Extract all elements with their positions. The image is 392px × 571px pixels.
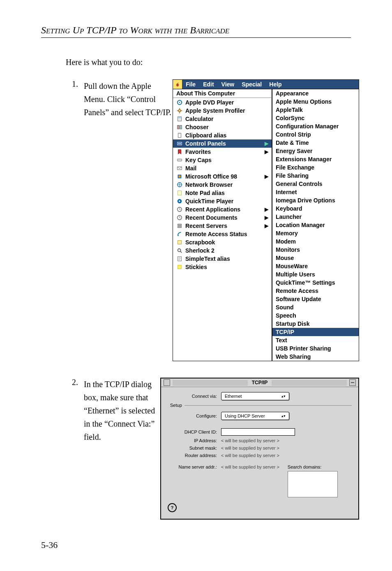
control-panel-label: File Exchange xyxy=(276,164,355,171)
control-panel-label: Iomega Drive Options xyxy=(276,197,355,204)
control-panel-quicktime-settings[interactable]: QuickTime™ Settings xyxy=(272,279,359,287)
menu-item-control-panels[interactable]: Control Panels▶ xyxy=(173,139,272,148)
control-panel-control-strip[interactable]: Control Strip xyxy=(272,130,359,139)
page-number: 5-36 xyxy=(41,540,58,550)
subnet-mask-label: Subnet mask: xyxy=(168,446,217,450)
control-panel-colorsync[interactable]: ColorSync xyxy=(272,114,359,122)
submenu-arrow-icon: ▶ xyxy=(265,223,268,228)
recent-icon xyxy=(176,214,183,221)
menu-help[interactable]: Help xyxy=(265,81,285,88)
menu-item-note-pad-alias[interactable]: Note Pad alias xyxy=(173,189,272,197)
control-panel-label: Extensions Manager xyxy=(276,156,355,162)
menu-item-chooser[interactable]: Chooser xyxy=(173,123,272,131)
control-panel-monitors[interactable]: Monitors xyxy=(272,246,359,254)
menu-item-microsoft-office-98[interactable]: Microsoft Office 98▶ xyxy=(173,172,272,181)
control-panel-file-exchange[interactable]: File Exchange xyxy=(272,163,359,172)
menu-special[interactable]: Special xyxy=(238,81,265,88)
router-address-value: < will be supplied by server > xyxy=(221,453,279,458)
menu-item-apple-dvd-player[interactable]: Apple DVD Player xyxy=(173,98,272,107)
control-panel-speech[interactable]: Speech xyxy=(272,311,359,320)
control-panel-label: Sound xyxy=(276,304,355,311)
control-panel-energy-saver[interactable]: Energy Saver xyxy=(272,147,359,155)
router-address-label: Router address: xyxy=(168,453,217,458)
control-panel-tcp-ip[interactable]: TCP/IP xyxy=(272,328,359,336)
submenu-arrow-icon: ▶ xyxy=(265,207,268,212)
control-panel-memory[interactable]: Memory xyxy=(272,229,359,237)
control-panel-remote-access[interactable]: Remote Access xyxy=(272,287,359,295)
control-panel-configuration-manager[interactable]: Configuration Manager xyxy=(272,122,359,130)
control-panel-launcher[interactable]: Launcher xyxy=(272,213,359,221)
submenu-arrow-icon: ▶ xyxy=(265,141,268,146)
step-2-number: 2. xyxy=(66,378,78,387)
connect-via-select[interactable]: Ethernet ▴▾ xyxy=(221,392,289,400)
apple-menu-dropdown: About This Computer Apple DVD PlayerAppl… xyxy=(173,89,272,361)
menu-item-apple-system-profiler[interactable]: Apple System Profiler xyxy=(173,107,272,115)
configure-select[interactable]: Using DHCP Server ▴▾ xyxy=(221,412,289,420)
menu-item-stickies[interactable]: Stickies xyxy=(173,263,272,271)
gear-icon xyxy=(176,107,183,114)
control-panel-date-time[interactable]: Date & Time xyxy=(272,139,359,147)
menu-item-key-caps[interactable]: Key Caps xyxy=(173,156,272,164)
menu-file[interactable]: File xyxy=(182,81,199,88)
control-panel-web-sharing[interactable]: Web Sharing xyxy=(272,353,359,361)
menu-view[interactable]: View xyxy=(218,81,238,88)
apple-menu-figure: File Edit View Special Help About This C… xyxy=(173,79,359,361)
help-button[interactable]: ? xyxy=(168,503,177,512)
control-panel-internet[interactable]: Internet xyxy=(272,188,359,196)
menubar: File Edit View Special Help xyxy=(173,79,359,89)
control-panel-label: USB Printer Sharing xyxy=(276,345,355,352)
svg-rect-6 xyxy=(180,125,182,129)
control-panel-multiple-users[interactable]: Multiple Users xyxy=(272,270,359,279)
dhcp-client-id-input[interactable] xyxy=(221,428,295,436)
control-panel-label: Keyboard xyxy=(276,205,355,212)
menu-item-sherlock-2[interactable]: Sherlock 2 xyxy=(173,246,272,255)
menu-item-scrapbook[interactable]: Scrapbook xyxy=(173,238,272,246)
control-panel-text[interactable]: Text xyxy=(272,336,359,344)
dialog-title: TCP/IP xyxy=(248,380,272,385)
control-panel-mouse[interactable]: Mouse xyxy=(272,254,359,262)
menu-item-recent-servers[interactable]: Recent Servers▶ xyxy=(173,222,272,230)
control-panel-software-update[interactable]: Software Update xyxy=(272,295,359,303)
svg-rect-15 xyxy=(178,175,180,177)
control-panel-startup-disk[interactable]: Startup Disk xyxy=(272,320,359,328)
control-panel-location-manager[interactable]: Location Manager xyxy=(272,221,359,229)
control-panel-label: Modem xyxy=(276,238,355,245)
menu-item-favorites[interactable]: Favorites▶ xyxy=(173,148,272,156)
tcpip-dialog: TCP/IP Connect via: Ethernet ▴▾ xyxy=(160,378,359,520)
close-box[interactable] xyxy=(164,379,170,386)
control-panel-general-controls[interactable]: General Controls xyxy=(272,180,359,188)
name-server-label: Name server addr.: xyxy=(168,464,217,469)
menu-edit[interactable]: Edit xyxy=(199,81,217,88)
control-panel-mouseware[interactable]: MouseWare xyxy=(272,262,359,270)
configure-label: Configure: xyxy=(168,413,217,418)
control-panel-appearance[interactable]: Appearance xyxy=(272,89,359,97)
control-panel-iomega-drive-options[interactable]: Iomega Drive Options xyxy=(272,196,359,204)
control-panel-extensions-manager[interactable]: Extensions Manager xyxy=(272,155,359,163)
control-panel-keyboard[interactable]: Keyboard xyxy=(272,204,359,213)
submenu-arrow-icon: ▶ xyxy=(265,174,268,179)
menu-item-network-browser[interactable]: Network Browser xyxy=(173,181,272,189)
menu-item-simpletext-alias[interactable]: SimpleText alias xyxy=(173,255,272,263)
apple-menu-icon[interactable] xyxy=(173,80,182,89)
collapse-box[interactable] xyxy=(349,379,356,386)
menu-about-this-computer[interactable]: About This Computer xyxy=(173,89,272,97)
menu-item-quicktime-player[interactable]: QuickTime Player xyxy=(173,197,272,205)
control-panel-usb-printer-sharing[interactable]: USB Printer Sharing xyxy=(272,344,359,353)
menu-item-clipboard-alias[interactable]: Clipboard alias xyxy=(173,131,272,139)
control-panel-label: Control Strip xyxy=(276,131,355,138)
search-domains-box[interactable] xyxy=(288,471,338,497)
menu-item-mail[interactable]: Mail xyxy=(173,164,272,172)
control-panel-sound[interactable]: Sound xyxy=(272,303,359,311)
control-panel-modem[interactable]: Modem xyxy=(272,237,359,246)
svg-rect-12 xyxy=(178,159,182,161)
menu-item-remote-access-status[interactable]: Remote Access Status xyxy=(173,230,272,238)
menu-item-recent-documents[interactable]: Recent Documents▶ xyxy=(173,214,272,222)
name-server-value: < will be supplied by server > xyxy=(221,464,279,469)
control-panel-appletalk[interactable]: AppleTalk xyxy=(272,106,359,114)
menu-item-calculator[interactable]: Calculator xyxy=(173,115,272,123)
intro-text: Here is what you to do: xyxy=(66,58,359,67)
control-panel-apple-menu-options[interactable]: Apple Menu Options xyxy=(272,97,359,106)
menu-item-recent-applications[interactable]: Recent Applications▶ xyxy=(173,205,272,214)
control-panel-file-sharing[interactable]: File Sharing xyxy=(272,172,359,180)
menu-item-label: QuickTime Player xyxy=(185,198,268,204)
